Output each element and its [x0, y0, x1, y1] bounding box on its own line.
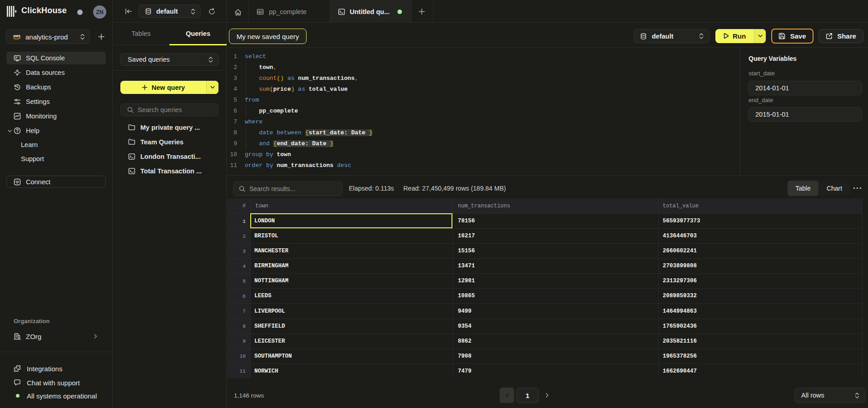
- svg-text:aws: aws: [13, 34, 20, 38]
